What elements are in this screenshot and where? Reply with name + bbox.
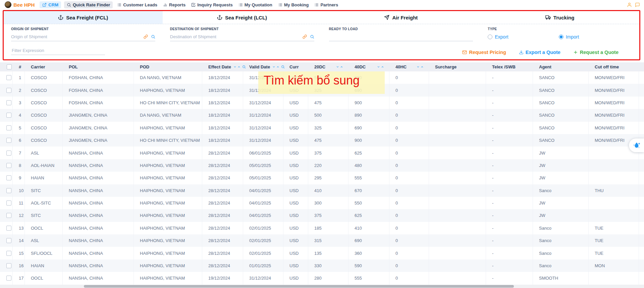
- table-row[interactable]: 7 ASL NANSHA, CHINA HAIPHONG, VIETNAM 28…: [0, 147, 644, 159]
- user-icon[interactable]: [627, 2, 632, 7]
- cell-pod: DA NANG, VIETNAM: [134, 109, 202, 121]
- sort-descending-icon[interactable]: [336, 65, 339, 68]
- row-checkbox[interactable]: [6, 88, 11, 93]
- header-20dc[interactable]: 20DC: [308, 62, 348, 71]
- row-checkbox[interactable]: [6, 163, 11, 168]
- sort-descending-icon[interactable]: [233, 65, 236, 68]
- origin-input[interactable]: [11, 34, 144, 39]
- cell-effect-date: 28/12/2024: [202, 234, 243, 247]
- search-form: ORIGIN OF SHIPMENT DESTINATION OF SHIPME…: [4, 24, 639, 46]
- request-quote-button[interactable]: Request a Quote: [573, 50, 619, 55]
- header-carrier[interactable]: Carrier: [25, 62, 63, 71]
- nav-item-crm[interactable]: CRM: [40, 1, 61, 8]
- filter-expression-input[interactable]: [11, 48, 105, 55]
- table-row[interactable]: 2 COSCO FOSHAN, CHINA HAIPHONG, VIETNAM …: [0, 84, 644, 96]
- table-row[interactable]: 12 SITC NANSHA, CHINA HAIPHONG, VIETNAM …: [0, 209, 644, 222]
- row-checkbox[interactable]: [6, 238, 11, 243]
- horizontal-scrollbar-track[interactable]: [0, 285, 644, 288]
- header-agent[interactable]: Agent: [533, 62, 589, 71]
- nav-item-customer-leads[interactable]: Customer Leads: [116, 1, 159, 8]
- sort-ascending-icon[interactable]: [340, 65, 343, 68]
- radio-import[interactable]: Import: [559, 34, 579, 40]
- tab-air-freight[interactable]: Air Freight: [322, 11, 481, 24]
- table-row[interactable]: 6 COSCO JIANGMEN, CHINA HO CHI MINH CITY…: [0, 134, 644, 147]
- row-checkbox[interactable]: [6, 100, 11, 105]
- search-icon[interactable]: [310, 35, 314, 39]
- header-curr[interactable]: Curr: [283, 62, 308, 71]
- cell-pod: HAIPHONG, VIETNAM: [134, 197, 202, 209]
- header-40dc[interactable]: 40DC: [348, 62, 389, 71]
- row-checkbox[interactable]: [6, 226, 11, 231]
- horizontal-scrollbar-thumb[interactable]: [84, 285, 514, 288]
- table-row[interactable]: 17 OOCL NANSHA, CHINA HAIPHONG, VIETNAM …: [0, 272, 644, 284]
- select-all-checkbox[interactable]: [7, 64, 12, 69]
- tab-sea-freight-lcl[interactable]: Sea Freight (LCL): [163, 11, 322, 24]
- link-icon[interactable]: [144, 35, 148, 39]
- brand[interactable]: Bee HPH: [5, 1, 35, 8]
- table-row[interactable]: 11 AOL-SITC NANSHA, CHINA HAIPHONG, VIET…: [0, 197, 644, 209]
- cell-40dc: 690: [348, 122, 389, 134]
- export-quote-button[interactable]: Export a Quote: [519, 50, 560, 55]
- cell-telex-swb: -: [486, 209, 533, 222]
- header-40hc[interactable]: 40HC: [389, 62, 429, 71]
- table-row[interactable]: 5 COSCO JIANGMEN, CHINA HAIPHONG, VIETNA…: [0, 122, 644, 134]
- radio-export[interactable]: Export: [488, 34, 508, 40]
- tab-sea-freight-fcl[interactable]: Sea Freight (FCL): [4, 11, 163, 24]
- sort-descending-icon[interactable]: [377, 65, 380, 68]
- top-navigation: Bee HPH CRM Quick Rate Finder Customer L…: [0, 0, 644, 9]
- header-valid-date[interactable]: Valid Date: [243, 62, 283, 71]
- ready-to-load-input[interactable]: [329, 34, 473, 39]
- table-row[interactable]: 1 COSCO FOSHAN, CHINA DA NANG, VIETNAM 1…: [0, 71, 644, 84]
- sort-ascending-icon[interactable]: [421, 65, 424, 68]
- nav-item-reports[interactable]: Reports: [162, 1, 187, 8]
- row-checkbox[interactable]: [6, 251, 11, 256]
- table-row[interactable]: 10 SITC NANSHA, CHINA HAIPHONG, VIETNAM …: [0, 184, 644, 197]
- search-icon[interactable]: [151, 35, 155, 39]
- row-checkbox[interactable]: [6, 213, 11, 218]
- sort-ascending-icon[interactable]: [237, 65, 240, 68]
- table-row[interactable]: 3 COSCO FOSHAN, CHINA HO CHI MINH CITY, …: [0, 97, 644, 109]
- header-telex-swb[interactable]: Telex /SWB: [486, 62, 533, 71]
- nav-item-inquiry-requests[interactable]: Inquiry Requests: [190, 1, 234, 8]
- header-cut-off-time[interactable]: Cut off time: [589, 62, 639, 71]
- header-effect-date[interactable]: Effect Date: [202, 62, 243, 71]
- row-checkbox[interactable]: [6, 200, 11, 206]
- sort-descending-icon[interactable]: [272, 65, 275, 68]
- cell-pod: HAIPHONG, VIETNAM: [134, 84, 202, 96]
- ai-assistant-button[interactable]: [629, 138, 644, 152]
- header-pol[interactable]: POL: [63, 62, 134, 71]
- link-icon[interactable]: [303, 35, 307, 39]
- row-checkbox[interactable]: [6, 125, 11, 130]
- table-row[interactable]: 9 HAIAN NANSHA, CHINA HAIPHONG, VIETNAM …: [0, 172, 644, 184]
- row-checkbox[interactable]: [6, 75, 11, 80]
- row-checkbox[interactable]: [6, 113, 11, 118]
- request-pricing-button[interactable]: Request Pricing: [462, 50, 506, 55]
- row-checkbox[interactable]: [6, 188, 11, 193]
- sort-ascending-icon[interactable]: [276, 65, 279, 68]
- nav-item-partners[interactable]: Partners: [313, 1, 339, 8]
- sort-descending-icon[interactable]: [417, 65, 420, 68]
- nav-item-my-booking[interactable]: My Booking: [277, 1, 310, 8]
- table-row[interactable]: 14 ASL NANSHA, CHINA HAIPHONG, VIETNAM 2…: [0, 234, 644, 247]
- tab-trucking[interactable]: Trucking: [480, 11, 639, 24]
- header-pod[interactable]: POD: [134, 62, 202, 71]
- nav-item-quick-rate-finder[interactable]: Quick Rate Finder: [64, 1, 113, 8]
- table-row[interactable]: 8 AOL-HAIAN NANSHA, CHINA HAIPHONG, VIET…: [0, 159, 644, 172]
- table-row[interactable]: 4 COSCO JIANGMEN, CHINA DA NANG, VIETNAM…: [0, 109, 644, 121]
- table-row[interactable]: 13 OOCL NANSHA, CHINA HAIPHONG, VIETNAM …: [0, 222, 644, 234]
- chat-icon[interactable]: [635, 2, 640, 7]
- cell-agent: SANCO: [533, 97, 589, 109]
- destination-input[interactable]: [170, 34, 303, 39]
- row-checkbox[interactable]: [6, 151, 11, 156]
- table-row[interactable]: 15 SFL/OOCL NANSHA, CHINA HAIPHONG, VIET…: [0, 247, 644, 259]
- row-checkbox[interactable]: [6, 276, 11, 281]
- cell-20dc: 475: [308, 134, 348, 147]
- sort-ascending-icon[interactable]: [381, 65, 384, 68]
- table-row[interactable]: 16 HAIAN NANSHA, CHINA HAIPHONG, VIETNAM…: [0, 260, 644, 272]
- row-checkbox[interactable]: [6, 263, 11, 268]
- nav-item-my-quotation[interactable]: My Quotation: [237, 1, 274, 8]
- row-checkbox[interactable]: [6, 175, 11, 180]
- row-checkbox[interactable]: [6, 138, 11, 143]
- truck-icon: [545, 15, 551, 20]
- header-surcharge[interactable]: Surcharge: [429, 62, 486, 71]
